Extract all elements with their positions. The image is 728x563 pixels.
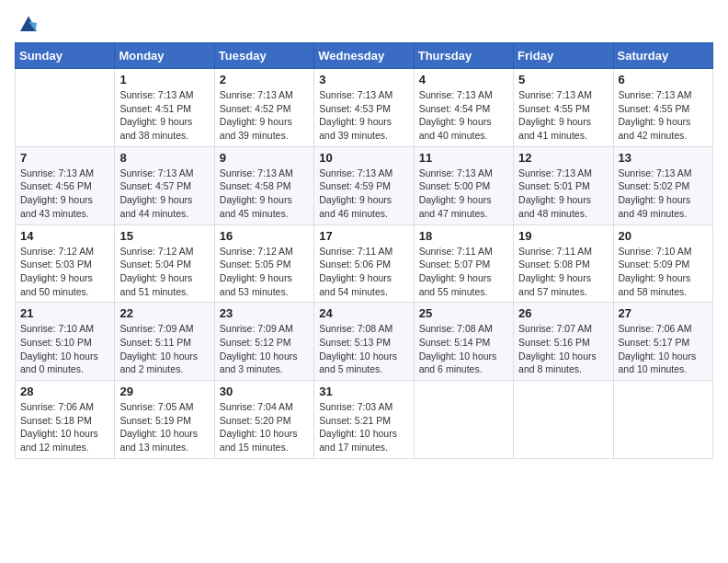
logo [15,9,46,37]
day-info: Sunrise: 7:10 AMSunset: 5:10 PMDaylight:… [20,322,109,376]
day-number: 13 [619,151,708,165]
calendar-cell: 25Sunrise: 7:08 AMSunset: 5:14 PMDayligh… [414,303,513,381]
calendar-cell: 1Sunrise: 7:13 AMSunset: 4:51 PMDaylight… [115,69,214,147]
calendar-cell [414,381,513,459]
day-number: 22 [119,306,209,320]
day-info: Sunrise: 7:11 AMSunset: 5:06 PMDaylight:… [319,245,408,299]
day-number: 20 [619,229,708,243]
day-number: 16 [220,229,309,243]
day-info: Sunrise: 7:05 AMSunset: 5:19 PMDaylight:… [119,400,209,454]
day-number: 4 [419,73,508,86]
day-info: Sunrise: 7:13 AMSunset: 5:01 PMDaylight:… [518,167,608,221]
day-info: Sunrise: 7:13 AMSunset: 4:51 PMDaylight:… [119,88,209,143]
calendar-cell: 16Sunrise: 7:12 AMSunset: 5:05 PMDayligh… [214,224,313,303]
day-info: Sunrise: 7:12 AMSunset: 5:04 PMDaylight:… [119,245,209,299]
calendar-cell: 7Sunrise: 7:13 AMSunset: 4:56 PMDaylight… [16,146,115,224]
calendar-cell: 11Sunrise: 7:13 AMSunset: 5:00 PMDayligh… [414,146,513,224]
day-info: Sunrise: 7:13 AMSunset: 4:59 PMDaylight:… [319,167,408,221]
day-number: 2 [220,73,309,86]
logo-icon [15,9,42,37]
day-info: Sunrise: 7:11 AMSunset: 5:08 PMDaylight:… [518,245,608,299]
day-header-saturday: Saturday [613,43,712,69]
day-header-monday: Monday [115,43,214,69]
day-number: 12 [518,151,608,165]
day-info: Sunrise: 7:13 AMSunset: 4:55 PMDaylight:… [518,88,608,143]
day-number: 10 [319,151,408,165]
calendar-cell: 28Sunrise: 7:06 AMSunset: 5:18 PMDayligh… [16,381,115,459]
day-info: Sunrise: 7:08 AMSunset: 5:13 PMDaylight:… [319,322,408,376]
day-number: 3 [319,73,408,86]
calendar-cell: 27Sunrise: 7:06 AMSunset: 5:17 PMDayligh… [613,303,712,381]
day-info: Sunrise: 7:12 AMSunset: 5:03 PMDaylight:… [20,245,109,299]
calendar-cell: 24Sunrise: 7:08 AMSunset: 5:13 PMDayligh… [314,303,414,381]
day-number: 21 [20,306,109,320]
day-number: 15 [119,229,209,243]
calendar-cell: 31Sunrise: 7:03 AMSunset: 5:21 PMDayligh… [314,381,414,459]
day-number: 9 [220,151,309,165]
day-number: 19 [518,229,608,243]
calendar-cell: 29Sunrise: 7:05 AMSunset: 5:19 PMDayligh… [115,381,214,459]
calendar-week-4: 28Sunrise: 7:06 AMSunset: 5:18 PMDayligh… [16,381,713,459]
day-number: 14 [20,229,109,243]
calendar-cell: 9Sunrise: 7:13 AMSunset: 4:58 PMDaylight… [214,146,313,224]
day-info: Sunrise: 7:07 AMSunset: 5:16 PMDaylight:… [518,322,608,376]
calendar-header-row: SundayMondayTuesdayWednesdayThursdayFrid… [16,43,713,69]
calendar-table: SundayMondayTuesdayWednesdayThursdayFrid… [15,42,713,459]
day-info: Sunrise: 7:13 AMSunset: 5:00 PMDaylight:… [419,167,508,221]
day-info: Sunrise: 7:13 AMSunset: 5:02 PMDaylight:… [619,167,708,221]
day-info: Sunrise: 7:13 AMSunset: 4:52 PMDaylight:… [220,88,309,143]
calendar-cell [514,381,613,459]
calendar-cell: 22Sunrise: 7:09 AMSunset: 5:11 PMDayligh… [115,303,214,381]
day-number: 8 [119,151,209,165]
day-info: Sunrise: 7:13 AMSunset: 4:57 PMDaylight:… [119,167,209,221]
calendar-cell: 5Sunrise: 7:13 AMSunset: 4:55 PMDaylight… [514,69,613,147]
day-number: 5 [518,73,608,86]
day-number: 6 [619,73,708,86]
calendar-cell: 2Sunrise: 7:13 AMSunset: 4:52 PMDaylight… [214,69,313,147]
day-number: 28 [20,385,109,398]
day-number: 17 [319,229,408,243]
day-info: Sunrise: 7:13 AMSunset: 4:56 PMDaylight:… [20,167,109,221]
calendar-cell: 15Sunrise: 7:12 AMSunset: 5:04 PMDayligh… [115,224,214,303]
day-info: Sunrise: 7:06 AMSunset: 5:18 PMDaylight:… [20,400,109,454]
calendar-cell: 6Sunrise: 7:13 AMSunset: 4:55 PMDaylight… [613,69,712,147]
day-info: Sunrise: 7:09 AMSunset: 5:12 PMDaylight:… [220,322,309,376]
day-info: Sunrise: 7:13 AMSunset: 4:53 PMDaylight:… [319,88,408,143]
day-info: Sunrise: 7:08 AMSunset: 5:14 PMDaylight:… [419,322,508,376]
calendar-cell: 21Sunrise: 7:10 AMSunset: 5:10 PMDayligh… [16,303,115,381]
day-number: 1 [119,73,209,86]
day-info: Sunrise: 7:13 AMSunset: 4:58 PMDaylight:… [220,167,309,221]
calendar-cell: 20Sunrise: 7:10 AMSunset: 5:09 PMDayligh… [613,224,712,303]
day-number: 18 [419,229,508,243]
calendar-cell: 3Sunrise: 7:13 AMSunset: 4:53 PMDaylight… [314,69,414,147]
calendar-week-0: 1Sunrise: 7:13 AMSunset: 4:51 PMDaylight… [16,69,713,147]
day-info: Sunrise: 7:11 AMSunset: 5:07 PMDaylight:… [419,245,508,299]
calendar-week-1: 7Sunrise: 7:13 AMSunset: 4:56 PMDaylight… [16,146,713,224]
day-number: 23 [220,306,309,320]
calendar-cell: 12Sunrise: 7:13 AMSunset: 5:01 PMDayligh… [514,146,613,224]
calendar-cell [613,381,712,459]
day-number: 11 [419,151,508,165]
day-info: Sunrise: 7:09 AMSunset: 5:11 PMDaylight:… [119,322,209,376]
calendar-cell: 14Sunrise: 7:12 AMSunset: 5:03 PMDayligh… [16,224,115,303]
day-number: 26 [518,306,608,320]
calendar-cell: 23Sunrise: 7:09 AMSunset: 5:12 PMDayligh… [214,303,313,381]
calendar-cell: 18Sunrise: 7:11 AMSunset: 5:07 PMDayligh… [414,224,513,303]
calendar-cell: 10Sunrise: 7:13 AMSunset: 4:59 PMDayligh… [314,146,414,224]
day-number: 25 [419,306,508,320]
day-number: 27 [619,306,708,320]
day-info: Sunrise: 7:10 AMSunset: 5:09 PMDaylight:… [619,245,708,299]
day-header-thursday: Thursday [414,43,513,69]
day-info: Sunrise: 7:03 AMSunset: 5:21 PMDaylight:… [319,400,408,454]
calendar-cell: 8Sunrise: 7:13 AMSunset: 4:57 PMDaylight… [115,146,214,224]
calendar-week-3: 21Sunrise: 7:10 AMSunset: 5:10 PMDayligh… [16,303,713,381]
day-number: 31 [319,385,408,398]
calendar-cell: 26Sunrise: 7:07 AMSunset: 5:16 PMDayligh… [514,303,613,381]
day-info: Sunrise: 7:04 AMSunset: 5:20 PMDaylight:… [220,400,309,454]
day-header-tuesday: Tuesday [214,43,313,69]
day-info: Sunrise: 7:13 AMSunset: 4:55 PMDaylight:… [619,88,708,143]
calendar-cell: 13Sunrise: 7:13 AMSunset: 5:02 PMDayligh… [613,146,712,224]
day-info: Sunrise: 7:12 AMSunset: 5:05 PMDaylight:… [220,245,309,299]
calendar-cell: 19Sunrise: 7:11 AMSunset: 5:08 PMDayligh… [514,224,613,303]
day-number: 29 [119,385,209,398]
